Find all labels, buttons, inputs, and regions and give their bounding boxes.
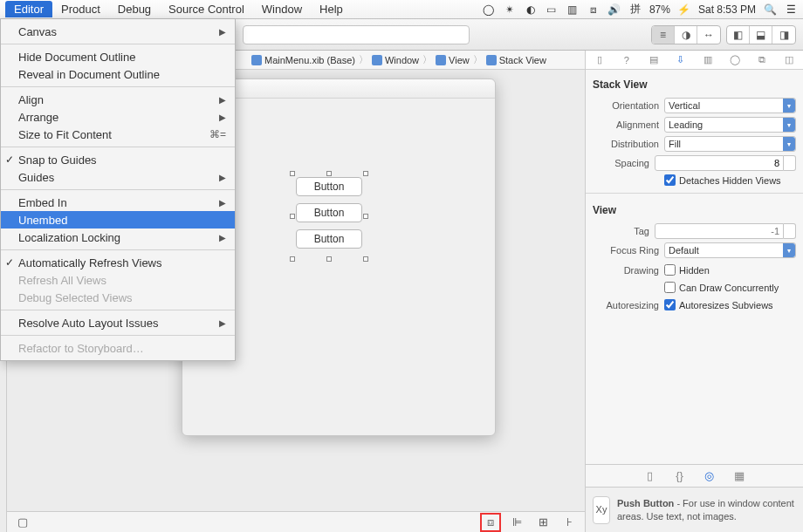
menu-window[interactable]: Window: [253, 1, 311, 17]
distribution-label: Distribution: [593, 139, 659, 149]
left-panel-icon[interactable]: ◧: [727, 26, 750, 44]
toolbar-search-field[interactable]: [243, 25, 470, 44]
battery-percent: 87%: [649, 3, 670, 16]
airplay-icon[interactable]: ▭: [545, 3, 559, 17]
focusring-popup[interactable]: Default▾: [664, 242, 796, 258]
menu-reveal-outline[interactable]: Reveal in Document Outline: [1, 65, 235, 83]
ime-icon[interactable]: 拼: [628, 3, 642, 17]
menu-hide-outline[interactable]: Hide Document Outline: [1, 48, 235, 65]
media-library-icon[interactable]: ▦: [731, 468, 747, 484]
spotlight-icon[interactable]: 🔍: [763, 3, 777, 17]
menu-help[interactable]: Help: [311, 1, 352, 17]
menu-refresh-all: Refresh All Views: [1, 271, 235, 289]
menu-canvas[interactable]: Canvas▶: [1, 23, 235, 40]
menu-embed-in[interactable]: Embed In▶: [1, 194, 235, 211]
crumb-stackview[interactable]: Stack View: [486, 55, 546, 65]
connections-inspector-icon[interactable]: ◯: [726, 53, 744, 67]
menu-auto-refresh[interactable]: Automatically Refresh Views: [1, 254, 235, 271]
spacing-label: Spacing: [593, 158, 649, 168]
attributes-inspector-icon[interactable]: ⇩: [672, 53, 690, 67]
crumb-file[interactable]: MainMenu.xib (Base): [251, 55, 355, 65]
stepper-icon[interactable]: [784, 155, 796, 171]
alignment-label: Alignment: [593, 119, 659, 130]
file-template-icon[interactable]: ▯: [642, 468, 658, 484]
charging-icon: ⚡: [677, 3, 691, 17]
library-item[interactable]: Xy Push Button - For use in window conte…: [586, 487, 803, 532]
autoresize-label: Autoresizes Subviews: [679, 300, 773, 310]
spacing-field[interactable]: [655, 155, 796, 171]
clock[interactable]: Sat 8:53 PM: [698, 3, 756, 16]
inspector-panel: ▯ ? ▤ ⇩ ▥ ◯ ⧉ ◫ Stack View Orientation V…: [585, 51, 803, 532]
battery-icon[interactable]: ▥: [566, 3, 580, 17]
file-inspector-icon[interactable]: ▯: [591, 53, 608, 67]
hidden-label: Hidden: [679, 265, 710, 276]
editor-mode-segmented[interactable]: ≡ ◑ ↔: [651, 25, 721, 44]
tag-field[interactable]: [655, 223, 796, 239]
editor-menu-dropdown: Canvas▶ Hide Document Outline Reveal in …: [0, 19, 236, 361]
inspector-body: Stack View Orientation Vertical▾ Alignme…: [586, 70, 803, 464]
app-menu: Editor Product Debug Source Control Wind…: [5, 1, 352, 17]
inspector-tabs[interactable]: ▯ ? ▤ ⇩ ▥ ◯ ⧉ ◫: [586, 51, 803, 70]
menu-refactor-storyboard: Refactor to Storyboard…: [1, 339, 235, 357]
crumb-view[interactable]: View: [436, 55, 470, 65]
menu-size-to-fit[interactable]: Size to Fit Content⌘=: [1, 126, 235, 143]
section-stackview: Stack View: [593, 75, 796, 94]
autoresize-checkbox[interactable]: [664, 299, 676, 310]
list-icon[interactable]: ☰: [784, 3, 798, 17]
circle-icon[interactable]: ◯: [482, 3, 496, 17]
hidden-checkbox[interactable]: [664, 264, 676, 276]
bindings-inspector-icon[interactable]: ⧉: [753, 53, 771, 67]
menu-unembed[interactable]: Unembed: [1, 211, 235, 228]
menu-arrange[interactable]: Arrange▶: [1, 108, 235, 126]
selected-stackview[interactable]: Button Button Button: [296, 177, 362, 256]
drawing-label: Drawing: [593, 265, 659, 276]
outline-toggle-icon[interactable]: ▢: [14, 515, 31, 530]
pin-icon[interactable]: ⊞: [534, 515, 552, 530]
menu-resolve-autolayout[interactable]: Resolve Auto Layout Issues▶: [1, 314, 235, 331]
menu-debug-selected: Debug Selected Views: [1, 289, 235, 306]
menu-localization-locking[interactable]: Localization Locking▶: [1, 228, 235, 246]
concurrent-checkbox[interactable]: [664, 282, 676, 293]
orientation-popup[interactable]: Vertical▾: [664, 98, 796, 113]
volume-icon[interactable]: 🔊: [607, 3, 621, 17]
half-circle-icon[interactable]: ◐: [524, 3, 538, 17]
resolve-icon[interactable]: ⊦: [560, 515, 578, 530]
wechat-icon[interactable]: ✴: [503, 3, 517, 17]
version-editor-icon[interactable]: ↔: [697, 26, 720, 44]
size-inspector-icon[interactable]: ▥: [699, 53, 717, 67]
menu-product[interactable]: Product: [52, 1, 109, 17]
detaches-checkbox[interactable]: [664, 174, 676, 186]
code-snippet-icon[interactable]: {}: [672, 468, 688, 484]
section-view: View: [593, 201, 796, 220]
assistant-editor-icon[interactable]: ◑: [675, 26, 697, 44]
canvas-button-3[interactable]: Button: [296, 229, 362, 249]
effects-inspector-icon[interactable]: ◫: [780, 53, 798, 67]
alignment-popup[interactable]: Leading▾: [664, 117, 796, 133]
view-icon: [436, 55, 446, 65]
menu-align[interactable]: Align▶: [1, 91, 235, 108]
orientation-label: Orientation: [593, 100, 659, 111]
menu-guides[interactable]: Guides▶: [1, 168, 235, 186]
library-tabs[interactable]: ▯ {} ◎ ▦: [586, 464, 803, 487]
menu-debug[interactable]: Debug: [109, 1, 160, 17]
object-library-icon[interactable]: ◎: [702, 468, 717, 484]
quickhelp-inspector-icon[interactable]: ?: [618, 53, 635, 67]
xib-icon: [251, 55, 262, 65]
distribution-popup[interactable]: Fill▾: [664, 136, 796, 152]
standard-editor-icon[interactable]: ≡: [652, 26, 675, 44]
embed-stack-icon[interactable]: ⧈: [482, 515, 499, 530]
bottom-panel-icon[interactable]: ⬓: [750, 26, 772, 44]
canvas-button-1[interactable]: Button: [296, 177, 362, 196]
stepper-icon[interactable]: [784, 223, 796, 239]
menu-source-control[interactable]: Source Control: [160, 1, 253, 17]
right-panel-icon[interactable]: ◨: [772, 26, 795, 44]
canvas-button-2[interactable]: Button: [296, 203, 362, 222]
crumb-window[interactable]: Window: [372, 55, 419, 65]
menu-snap-guides[interactable]: Snap to Guides: [1, 151, 235, 168]
menu-editor[interactable]: Editor: [5, 1, 52, 17]
identity-inspector-icon[interactable]: ▤: [645, 53, 662, 67]
canvas-bottom-bar: ▢ ⧈ ⊫ ⊞ ⊦: [7, 511, 585, 532]
align-icon[interactable]: ⊫: [508, 515, 525, 530]
bluetooth-icon[interactable]: ⧈: [587, 3, 601, 17]
panel-toggle-segmented[interactable]: ◧ ⬓ ◨: [726, 25, 796, 44]
